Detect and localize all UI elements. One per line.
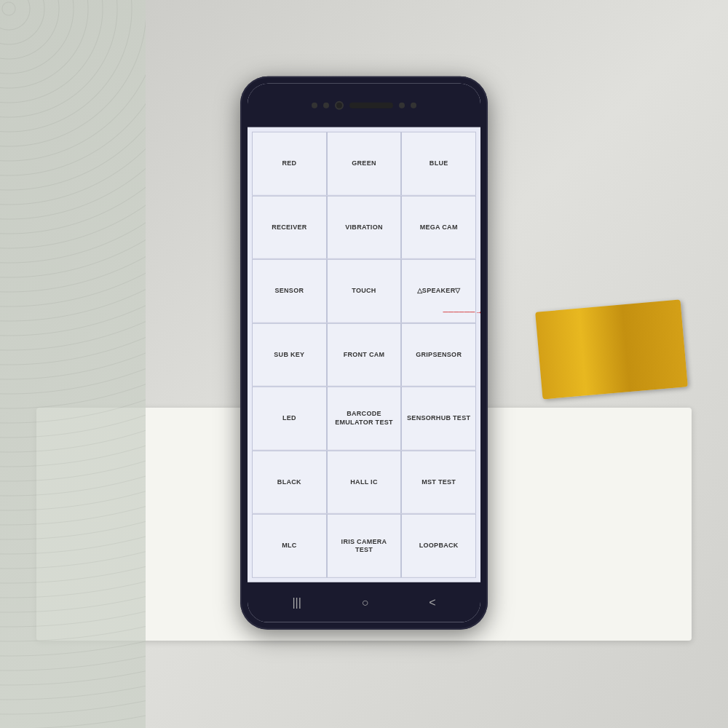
front-camera — [335, 101, 344, 110]
test-menu-grid: RED GREEN BLUE RECEIVER VIBRATION MEGA C… — [248, 127, 480, 582]
speaker-arrow: ──────→ — [443, 307, 480, 317]
mega-cam-button[interactable]: MEGA CAM — [401, 195, 476, 259]
sub-key-button[interactable]: SUB KEY — [252, 323, 327, 387]
back-button[interactable]: < — [429, 596, 435, 609]
receiver-button[interactable]: RECEIVER — [252, 195, 327, 259]
sensor-dot-4 — [411, 103, 416, 108]
blue-button[interactable]: BLUE — [401, 132, 476, 196]
grid-row-5: LED BARCODE EMULATOR TEST SENSORHUB TEST — [252, 387, 476, 451]
navigation-bar: ||| ○ < — [248, 582, 480, 622]
speaker-button[interactable]: △SPEAKER▽ ──────→ — [401, 259, 476, 323]
hall-ic-button[interactable]: HALL IC — [327, 451, 402, 515]
sensor-dot-2 — [323, 103, 329, 108]
home-button[interactable]: ○ — [362, 596, 369, 609]
sensorhub-test-button[interactable]: SENSORHUB TEST — [401, 387, 476, 451]
phone: RED GREEN BLUE RECEIVER VIBRATION MEGA C… — [240, 76, 488, 630]
bubble-wrap — [0, 0, 146, 728]
vibration-button[interactable]: VIBRATION — [327, 195, 402, 259]
earpiece-speaker — [349, 103, 393, 108]
sensor-dot-1 — [312, 103, 317, 108]
front-cam-button[interactable]: FRONT CAM — [327, 323, 402, 387]
recent-apps-button[interactable]: ||| — [292, 596, 301, 609]
mlc-button[interactable]: MLC — [252, 514, 327, 578]
red-button[interactable]: RED — [252, 132, 327, 196]
touch-button[interactable]: TOUCH — [327, 259, 402, 323]
grid-row-6: BLACK HALL IC MST TEST — [252, 451, 476, 515]
barcode-emulator-button[interactable]: BARCODE EMULATOR TEST — [327, 387, 402, 451]
top-bar — [248, 84, 480, 127]
sensor-dot-3 — [399, 103, 405, 108]
grid-row-3: SENSOR TOUCH △SPEAKER▽ ──────→ — [252, 259, 476, 323]
gripsensor-button[interactable]: GRIPSENSOR — [401, 323, 476, 387]
flex-cable — [535, 300, 688, 400]
speaker-label: △SPEAKER▽ — [417, 287, 461, 296]
green-button[interactable]: GREEN — [327, 132, 402, 196]
black-button[interactable]: BLACK — [252, 451, 327, 515]
mst-test-button[interactable]: MST TEST — [401, 451, 476, 515]
iris-camera-test-button[interactable]: IRIS CAMERA TEST — [327, 514, 402, 578]
grid-row-2: RECEIVER VIBRATION MEGA CAM — [252, 195, 476, 259]
led-button[interactable]: LED — [252, 387, 327, 451]
sensor-button[interactable]: SENSOR — [252, 259, 327, 323]
grid-row-4: SUB KEY FRONT CAM GRIPSENSOR — [252, 323, 476, 387]
screen: RED GREEN BLUE RECEIVER VIBRATION MEGA C… — [248, 84, 480, 622]
grid-row-7: MLC IRIS CAMERA TEST LOOPBACK — [252, 514, 476, 578]
loopback-button[interactable]: LOOPBACK — [401, 514, 476, 578]
grid-row-1: RED GREEN BLUE — [252, 132, 476, 196]
